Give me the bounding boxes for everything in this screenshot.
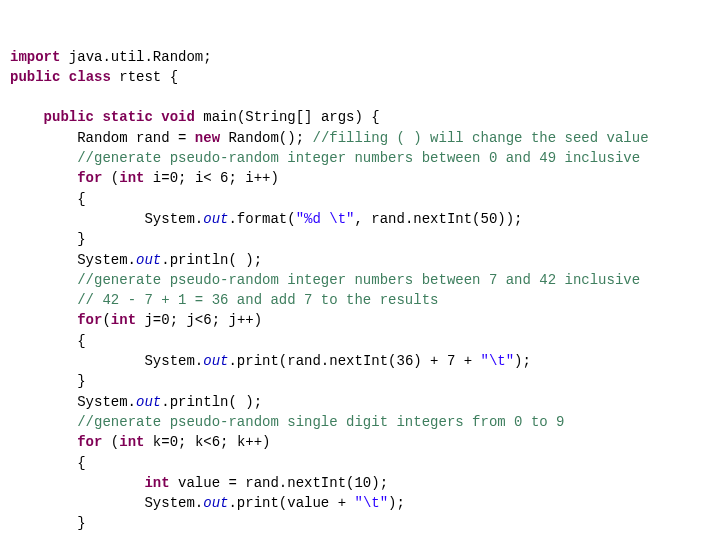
code-block: import java.util.Random; public class rt… bbox=[10, 47, 712, 536]
